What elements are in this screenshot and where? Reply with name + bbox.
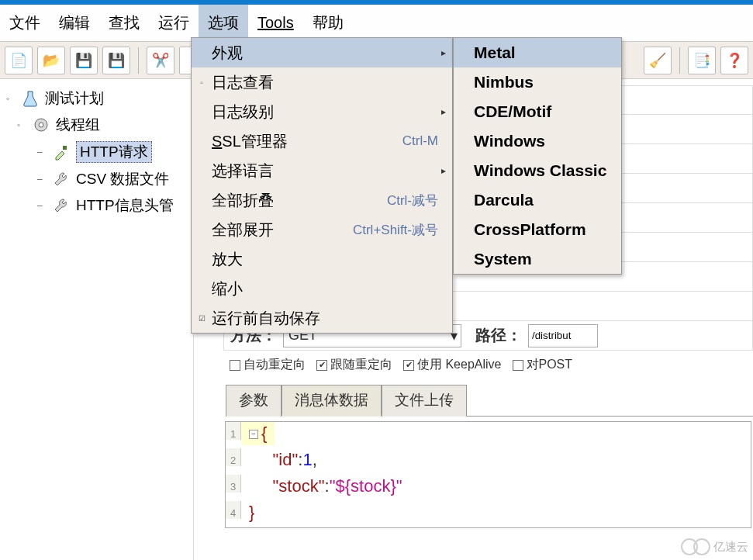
tree-toggle-icon[interactable]: ◦ <box>6 93 16 104</box>
menu-tools[interactable]: Tools <box>248 6 303 40</box>
tree-label: 测试计划 <box>45 88 104 109</box>
tree-threadgroup[interactable]: ◦ 线程组 <box>2 112 192 138</box>
options-item[interactable]: 全部折叠Ctrl-减号 <box>192 185 452 215</box>
tree-label: HTTP信息头管 <box>76 195 174 216</box>
options-item[interactable]: ▫日志查看 <box>192 67 452 97</box>
theme-item[interactable]: Metal <box>454 38 621 67</box>
toolbar-saveas-icon[interactable]: 💾 <box>102 47 130 74</box>
menu-options[interactable]: 选项 <box>199 5 248 41</box>
checkbox-option[interactable]: ✔使用 KeepAlive <box>403 357 502 373</box>
checkbox-option[interactable]: ✔跟随重定向 <box>316 357 392 373</box>
menu-edit[interactable]: 编辑 <box>50 5 99 41</box>
line-number: 1 <box>226 422 241 440</box>
options-item-label: 放大 <box>212 249 243 270</box>
theme-item[interactable]: CrossPlatform <box>454 215 621 244</box>
checkbox-icon: ✔ <box>403 360 414 371</box>
tree-leaf-icon: – <box>37 147 47 157</box>
submenu-arrow-icon: ▸ <box>441 106 446 117</box>
options-item[interactable]: 日志级别▸ <box>192 97 452 126</box>
tree-item[interactable]: –HTTP信息头管 <box>2 192 192 219</box>
options-dropdown: 外观▸▫日志查看日志级别▸SSL管理器Ctrl-M选择语言▸全部折叠Ctrl-减… <box>191 37 453 334</box>
toolbar-separator <box>138 47 139 74</box>
options-item[interactable]: 选择语言▸ <box>192 156 452 185</box>
checkbox-icon: ▫ <box>196 77 207 88</box>
tree-panel: ◦ 测试计划 ◦ 线程组 –HTTP请求–CSV 数据文件–HTTP信息头管 <box>0 79 194 560</box>
body-tab[interactable]: 文件上传 <box>382 385 467 417</box>
options-item-label: 选择语言 <box>212 161 274 181</box>
checkbox-label: 使用 KeepAlive <box>417 357 502 373</box>
watermark-icon <box>693 538 710 555</box>
tree-leaf-icon: – <box>37 200 47 211</box>
editor-line[interactable]: 4} <box>226 501 751 527</box>
options-item-label: 外观 <box>212 43 243 64</box>
menu-search[interactable]: 查找 <box>99 5 149 41</box>
dropper-icon <box>51 143 71 161</box>
options-item[interactable]: 放大 <box>192 244 452 274</box>
theme-item[interactable]: Windows <box>454 126 621 156</box>
toolbar-doc-icon[interactable]: 📑 <box>688 47 716 74</box>
options-item-label: SSL管理器 <box>212 131 288 152</box>
tree-leaf-icon: – <box>37 174 47 185</box>
shortcut-label: Ctrl-M <box>402 133 438 149</box>
options-item[interactable]: 全部展开Ctrl+Shift-减号 <box>192 215 452 244</box>
path-label: 路径： <box>475 325 522 346</box>
theme-item[interactable]: Darcula <box>454 185 621 215</box>
wrench-icon <box>51 196 71 215</box>
toolbar-separator <box>679 47 680 74</box>
tree-item[interactable]: –CSV 数据文件 <box>2 166 192 192</box>
toolbar-save-icon[interactable]: 💾 <box>70 47 98 74</box>
toolbar-broom-icon[interactable]: 🧹 <box>644 47 672 74</box>
editor-line[interactable]: 3 "stock":"${stock}" <box>226 475 751 501</box>
submenu-arrow-icon: ▸ <box>441 165 446 176</box>
body-editor[interactable]: 1−{2 "id":1,3 "stock":"${stock}"4} <box>225 421 751 528</box>
tree-root-testplan[interactable]: ◦ 测试计划 <box>2 85 192 112</box>
fold-icon[interactable]: − <box>249 430 258 439</box>
options-item[interactable]: SSL管理器Ctrl-M <box>192 126 452 156</box>
options-item-label: 全部展开 <box>212 220 274 240</box>
tree-label: 线程组 <box>56 115 100 135</box>
theme-item[interactable]: Nimbus <box>454 67 621 97</box>
options-item[interactable]: 缩小 <box>192 274 452 303</box>
body-tab[interactable]: 消息体数据 <box>282 385 382 417</box>
toolbar-help-icon[interactable]: ❓ <box>720 47 748 74</box>
options-item-label: 日志查看 <box>212 72 274 93</box>
checkbox-label: 对POST <box>527 357 573 373</box>
menu-run[interactable]: 运行 <box>149 5 199 41</box>
appearance-submenu: MetalNimbusCDE/MotifWindowsWindows Class… <box>453 37 622 275</box>
checkbox-icon <box>230 360 240 371</box>
options-item-label: 缩小 <box>212 278 243 299</box>
theme-item[interactable]: CDE/Motif <box>454 97 621 126</box>
tree-toggle-icon[interactable]: ◦ <box>17 119 26 130</box>
toolbar-new-icon[interactable]: 📄 <box>5 47 33 74</box>
options-item-label: 全部折叠 <box>212 190 274 211</box>
checkbox-option[interactable]: 自动重定向 <box>230 357 306 373</box>
toolbar-open-icon[interactable]: 📂 <box>37 47 65 74</box>
theme-item[interactable]: System <box>454 244 621 274</box>
wrench-icon <box>51 170 71 188</box>
menu-help[interactable]: 帮助 <box>303 5 353 41</box>
code-text: −{ <box>241 422 275 445</box>
tree-item[interactable]: –HTTP请求 <box>2 138 192 166</box>
flask-icon <box>20 89 40 108</box>
checkbox-checked-icon: ☑ <box>196 313 207 323</box>
options-item[interactable]: ☑运行前自动保存 <box>192 303 452 333</box>
code-text: "stock":"${stock}" <box>241 475 410 498</box>
options-item-label: 日志级别 <box>212 102 274 123</box>
editor-line[interactable]: 2 "id":1, <box>226 448 751 475</box>
path-input[interactable] <box>528 324 598 347</box>
options-item[interactable]: 外观▸ <box>192 38 452 67</box>
checkbox-option[interactable]: 对POST <box>513 357 573 373</box>
shortcut-label: Ctrl-减号 <box>387 192 438 209</box>
line-number: 2 <box>226 448 241 466</box>
code-text: } <box>241 501 262 524</box>
editor-line[interactable]: 1−{ <box>226 422 751 448</box>
body-tabs: 参数消息体数据文件上传 <box>226 384 753 417</box>
toolbar-cut-icon[interactable]: ✂️ <box>147 47 174 74</box>
body-tab[interactable]: 参数 <box>226 385 282 417</box>
menu-file[interactable]: 文件 <box>0 5 50 41</box>
options-item-label: 运行前自动保存 <box>212 308 320 329</box>
checkbox-icon <box>513 360 523 371</box>
theme-item[interactable]: Windows Classic <box>454 156 621 185</box>
svg-point-1 <box>39 123 43 127</box>
tree-label: HTTP请求 <box>76 141 152 163</box>
